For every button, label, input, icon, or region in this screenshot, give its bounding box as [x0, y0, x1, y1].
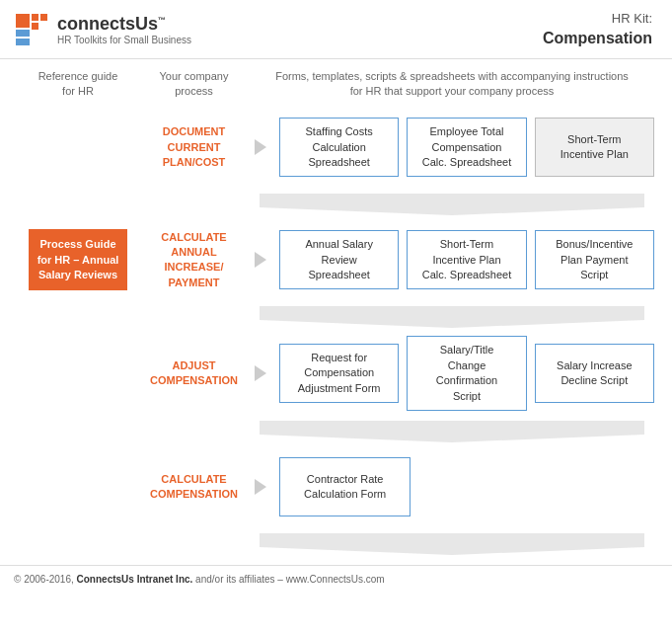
- tool-card-salary-increase-decline[interactable]: Salary IncreaseDecline Script: [535, 344, 654, 403]
- footer-text: © 2006-2016, ConnectsUs Intranet Inc. an…: [14, 574, 385, 585]
- tools-col-3: Request forCompensationAdjustment Form S…: [275, 328, 658, 419]
- process-col-2: CALCULATEANNUAL INCREASE/PAYMENT: [142, 215, 246, 304]
- footer-company: ConnectsUs Intranet Inc.: [77, 574, 193, 585]
- svg-rect-5: [16, 39, 30, 45]
- arrow-right-3: [255, 365, 266, 381]
- process-col-3: ADJUSTCOMPENSATION: [142, 328, 246, 419]
- main-content: DOCUMENT CURRENTPLAN/COST Staffing Costs…: [0, 103, 672, 555]
- col-ref-header: Reference guidefor HR: [14, 69, 142, 100]
- footer: © 2006-2016, ConnectsUs Intranet Inc. an…: [0, 565, 672, 593]
- svg-marker-8: [260, 421, 644, 442]
- svg-rect-2: [40, 14, 47, 21]
- col-process-header: Your companyprocess: [142, 69, 246, 100]
- arrow-right-2: [255, 252, 266, 268]
- process-col-4: CALCULATECOMPENSATION: [142, 442, 246, 531]
- chevron-divider-3: [14, 421, 658, 442]
- ref-col-2: Process Guide for HR – Annual Salary Rev…: [14, 215, 142, 304]
- logo-text: connectsUs™ HR Toolkits for Small Busine…: [57, 14, 191, 45]
- section-calc-annual: Process Guide for HR – Annual Salary Rev…: [14, 215, 658, 304]
- arrow-col-4: [246, 442, 275, 531]
- logo-area: connectsUs™ HR Toolkits for Small Busine…: [14, 12, 191, 47]
- tools-col-4: Contractor RateCalculation Form: [275, 442, 658, 531]
- ref-col-1: [14, 103, 142, 192]
- svg-rect-4: [16, 30, 30, 37]
- logo-tagline: HR Toolkits for Small Business: [57, 35, 191, 45]
- ref-col-4: [14, 442, 142, 531]
- ref-active-process-guide[interactable]: Process Guide for HR – Annual Salary Rev…: [29, 229, 127, 290]
- tool-card-request-comp-adj[interactable]: Request forCompensationAdjustment Form: [279, 344, 399, 403]
- col-tools-header: Forms, templates, scripts & spreadsheets…: [246, 69, 658, 100]
- ref-col-3: [14, 328, 142, 419]
- tool-card-staffing-costs[interactable]: Staffing CostsCalculationSpreadsheet: [279, 118, 399, 177]
- process-label-3: ADJUSTCOMPENSATION: [150, 358, 238, 389]
- svg-marker-7: [260, 306, 644, 328]
- tool-card-contractor-rate[interactable]: Contractor RateCalculation Form: [279, 457, 411, 516]
- header-kit: HR Kit: Compensation: [543, 10, 652, 50]
- svg-rect-1: [32, 14, 38, 21]
- process-col-1: DOCUMENT CURRENTPLAN/COST: [142, 103, 246, 192]
- process-label-2: CALCULATEANNUAL INCREASE/PAYMENT: [146, 230, 242, 291]
- tool-card-short-term-calc[interactable]: Short-TermIncentive PlanCalc. Spreadshee…: [407, 230, 526, 289]
- process-label-4: CALCULATECOMPENSATION: [150, 472, 238, 503]
- section-adjust-comp: ADJUSTCOMPENSATION Request forCompensati…: [14, 328, 658, 419]
- arrow-col-3: [246, 328, 275, 419]
- arrow-right-4: [255, 479, 266, 495]
- tool-card-short-term-plan[interactable]: Short-TermIncentive Plan: [535, 118, 654, 177]
- section-doc-current: DOCUMENT CURRENTPLAN/COST Staffing Costs…: [14, 103, 658, 192]
- tool-card-salary-title-change[interactable]: Salary/TitleChange ConfirmationScript: [407, 336, 526, 411]
- tool-card-bonus-payment-script[interactable]: Bonus/IncentivePlan PaymentScript: [535, 230, 654, 289]
- logo-name: connectsUs™: [57, 14, 191, 35]
- svg-rect-3: [32, 23, 38, 30]
- arrow-right-1: [255, 139, 266, 155]
- tool-card-empty-1: [418, 457, 532, 516]
- process-label-1: DOCUMENT CURRENTPLAN/COST: [146, 124, 242, 170]
- header: connectsUs™ HR Toolkits for Small Busine…: [0, 0, 672, 59]
- svg-marker-6: [260, 194, 644, 215]
- section-calc-comp: CALCULATECOMPENSATION Contractor RateCal…: [14, 442, 658, 531]
- column-headers: Reference guidefor HR Your companyproces…: [0, 59, 672, 104]
- chevron-divider-2: [14, 306, 658, 328]
- arrow-col-2: [246, 215, 275, 304]
- tools-col-1: Staffing CostsCalculationSpreadsheet Emp…: [275, 103, 658, 192]
- svg-rect-0: [16, 14, 30, 28]
- tool-card-empty-2: [541, 457, 654, 516]
- tool-card-emp-total-comp[interactable]: Employee TotalCompensationCalc. Spreadsh…: [407, 118, 526, 177]
- tools-col-2: Annual SalaryReviewSpreadsheet Short-Ter…: [275, 215, 658, 304]
- svg-marker-9: [260, 533, 644, 555]
- chevron-divider-1: [14, 194, 658, 215]
- tool-card-annual-salary-review[interactable]: Annual SalaryReviewSpreadsheet: [279, 230, 399, 289]
- arrow-col-1: [246, 103, 275, 192]
- logo-icon: [14, 12, 49, 47]
- chevron-divider-4: [14, 533, 658, 555]
